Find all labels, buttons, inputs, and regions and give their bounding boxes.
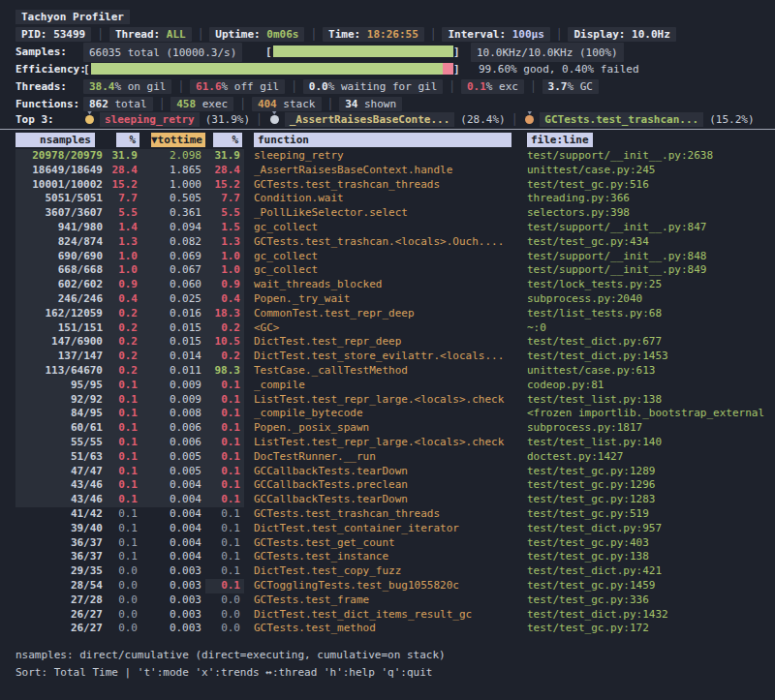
top3-function-name[interactable]: _AssertRaisesBaseConte...: [285, 112, 455, 127]
pct-cumulative-cell: 1.3: [205, 235, 244, 250]
segment-separator: │: [512, 113, 518, 126]
pct-direct-cell: 31.9: [108, 149, 141, 164]
table-row[interactable]: 28/54 0.0 0.003 0.1 GCTogglingTests.test…: [16, 579, 775, 593]
table-row[interactable]: 92/92 0.1 0.009 0.1 ListTest.test_repr_l…: [16, 393, 775, 408]
efficiency-bar-failed: [443, 63, 453, 75]
pct-direct-cell: 0.2: [108, 335, 141, 350]
column-header-pct-direct[interactable]: %: [116, 133, 140, 147]
fileline-cell: test/test_gc.py:1459: [527, 579, 775, 593]
tottime-cell: 0.005: [141, 465, 205, 479]
table-row[interactable]: 10001/10002 15.2 1.000 15.2 GCTests.test…: [16, 178, 775, 193]
table-row[interactable]: 51/63 0.1 0.005 0.1 DocTestRunner.__run …: [16, 450, 775, 465]
status-segment-label: Interval:: [448, 28, 512, 41]
table-row[interactable]: 690/690 1.0 0.069 1.0 gc_collect test/su…: [16, 250, 775, 264]
fileline-cell: test/test_dict.py:677: [527, 335, 775, 350]
status-segment-label: PID:: [21, 28, 53, 41]
table-row[interactable]: 5051/5051 7.7 0.505 7.7 Condition.wait t…: [16, 192, 775, 206]
stat-segment: 862 total: [83, 97, 153, 111]
table-row[interactable]: 137/147 0.2 0.014 0.2 DictTest.test_stor…: [16, 350, 775, 364]
top3-label: Top 3:: [16, 110, 54, 128]
top3-function-name[interactable]: sleeping_retry: [100, 112, 200, 127]
nsamples-cell: 151/151: [16, 321, 108, 336]
column-header-function[interactable]: function: [254, 133, 512, 147]
table-row[interactable]: 27/28 0.0 0.003 0.0 GCTests.test_frame t…: [16, 593, 775, 608]
function-cell: gc_collect: [244, 250, 527, 264]
status-segment: Uptime: 0m06s: [209, 27, 304, 42]
stat-value: 404: [258, 98, 277, 110]
table-row[interactable]: 26/27 0.0 0.003 0.0 GCTests.test_method …: [16, 622, 775, 636]
pct-direct-cell: 0.0: [108, 564, 141, 579]
table-row[interactable]: 39/40 0.1 0.004 0.1 DictTest.test_contai…: [16, 522, 775, 536]
pct-cumulative-cell: 0.1: [205, 536, 244, 551]
function-cell: DocTestRunner.__run: [244, 450, 527, 465]
table-row[interactable]: 43/46 0.1 0.004 0.1 GCCallbackTests.tear…: [16, 493, 775, 507]
fileline-cell: subprocess.py:2040: [527, 292, 775, 307]
fileline-cell: test/test_gc.py:1296: [527, 478, 775, 493]
nsamples-cell: 690/690: [16, 250, 108, 264]
table-row[interactable]: 36/37 0.1 0.004 0.1 GCTests.test_get_cou…: [16, 536, 775, 551]
tottime-cell: 0.004: [141, 536, 205, 551]
efficiency-label: Efficiency:: [16, 60, 86, 77]
pct-cumulative-cell: 0.1: [205, 379, 244, 393]
function-cell: _AssertRaisesBaseContext.handle: [244, 164, 527, 178]
tottime-cell: 0.069: [141, 250, 205, 264]
pct-cumulative-cell: 0.0: [205, 608, 244, 623]
function-cell: gc_collect: [244, 263, 527, 278]
table-row[interactable]: 55/55 0.1 0.006 0.1 ListTest.test_repr_l…: [16, 436, 775, 450]
table-row[interactable]: 84/95 0.1 0.008 0.1 _compile_bytecode <f…: [16, 407, 775, 421]
function-cell: DictTest.test_repr_deep: [244, 335, 527, 350]
tottime-cell: 2.098: [141, 149, 205, 164]
top3-function-name[interactable]: GCTests.test_trashcan...: [540, 112, 703, 127]
pct-cumulative-cell: 0.1: [205, 421, 244, 436]
column-header-nsamples[interactable]: nsamples: [16, 133, 95, 147]
stat-segment: 38.4% on gil: [83, 79, 171, 94]
table-row[interactable]: 941/980 1.4 0.094 1.5 gc_collect test/su…: [16, 221, 775, 235]
table-row[interactable]: 18649/18649 28.4 1.865 28.4 _AssertRaise…: [16, 164, 775, 178]
table-row[interactable]: 3607/3607 5.5 0.361 5.5 _PollLikeSelecto…: [16, 206, 775, 221]
table-body: 20978/20979 31.9 2.098 31.9 sleeping_ret…: [16, 149, 775, 636]
table-row[interactable]: 41/42 0.1 0.004 0.1 GCTests.test_trashca…: [16, 507, 775, 522]
nsamples-cell: 60/61: [16, 421, 108, 436]
table-row[interactable]: 147/6900 0.2 0.015 10.5 DictTest.test_re…: [16, 335, 775, 350]
table-row[interactable]: 151/151 0.2 0.015 0.2 <GC> ~:0: [16, 321, 775, 336]
table-row[interactable]: 47/47 0.1 0.005 0.1 GCCallbackTests.tear…: [16, 465, 775, 479]
table-row[interactable]: 43/46 0.1 0.004 0.1 GCCallbackTests.prec…: [16, 478, 775, 493]
table-row[interactable]: 95/95 0.1 0.009 0.1 _compile codeop.py:8…: [16, 379, 775, 393]
table-row[interactable]: 60/61 0.1 0.006 0.1 Popen._posix_spawn s…: [16, 421, 775, 436]
function-cell: DictTest.test_copy_fuzz: [244, 564, 527, 579]
stat-value: 458: [176, 98, 196, 110]
table-row[interactable]: 602/602 0.9 0.060 0.9 wait_threads_block…: [16, 278, 775, 292]
stat-segment: 0.0% waiting for gil: [303, 79, 443, 94]
function-cell: ListTest.test_repr_large.<locals>.check: [244, 393, 527, 408]
table-row[interactable]: 26/27 0.0 0.003 0.0 DictTest.test_dict_i…: [16, 608, 775, 623]
column-header-pct-cumulative[interactable]: %: [213, 133, 242, 147]
pct-cumulative-cell: 0.1: [205, 507, 244, 522]
tottime-cell: 0.003: [141, 593, 205, 608]
pct-direct-cell: 0.2: [108, 307, 141, 321]
pct-cumulative-cell: 1.0: [205, 250, 244, 264]
table-row[interactable]: 36/37 0.1 0.004 0.1 GCTests.test_instanc…: [16, 550, 775, 564]
table-row[interactable]: 246/246 0.4 0.025 0.4 Popen._try_wait su…: [16, 292, 775, 307]
status-segment-label: Display:: [574, 28, 632, 41]
table-row[interactable]: 29/35 0.0 0.003 0.1 DictTest.test_copy_f…: [16, 564, 775, 579]
stat-segment: 458 exec: [170, 97, 233, 111]
tottime-cell: 1.865: [141, 164, 205, 178]
table-row[interactable]: 668/668 1.0 0.067 1.0 gc_collect test/su…: [16, 263, 775, 278]
column-header-tottime-sorted[interactable]: ▼tottime: [151, 133, 205, 147]
fileline-cell: test/test_dict.py:957: [527, 522, 775, 536]
segment-separator: │: [310, 28, 317, 41]
column-header-fileline[interactable]: file:line: [527, 133, 593, 147]
stat-unit: total: [108, 98, 147, 110]
status-segment-value: 0m06s: [266, 28, 298, 41]
pct-direct-cell: 0.0: [108, 622, 141, 636]
nsamples-cell: 29/35: [16, 564, 108, 579]
table-row[interactable]: 162/12059 0.2 0.016 18.3 CommonTest.test…: [16, 307, 775, 321]
function-cell: CommonTest.test_repr_deep: [244, 307, 527, 321]
pct-cumulative-cell: 10.5: [205, 335, 244, 350]
table-row[interactable]: 20978/20979 31.9 2.098 31.9 sleeping_ret…: [16, 149, 775, 164]
tottime-cell: 0.361: [141, 206, 205, 221]
table-row[interactable]: 113/64670 0.2 0.011 98.3 TestCase._callT…: [16, 364, 775, 379]
tottime-cell: 0.060: [141, 278, 205, 292]
table-row[interactable]: 824/874 1.3 0.082 1.3 GCTests.test_trash…: [16, 235, 775, 250]
fileline-cell: subprocess.py:1817: [527, 421, 775, 436]
